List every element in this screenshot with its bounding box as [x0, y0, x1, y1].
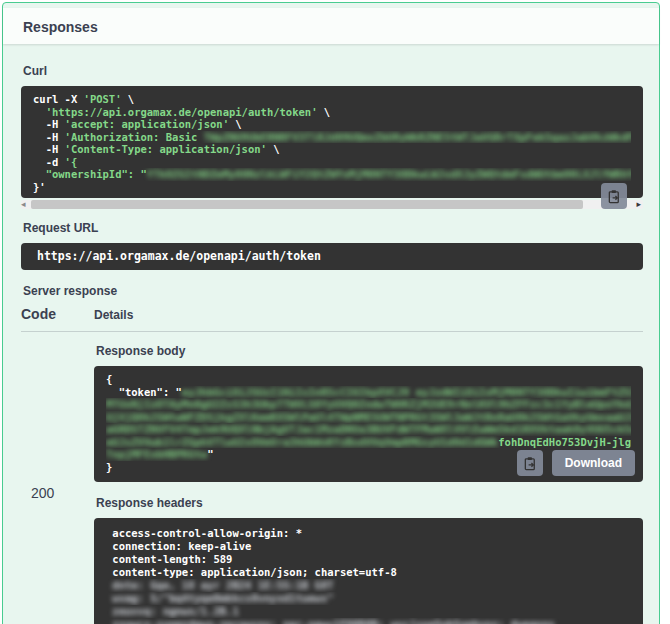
curl-horizontal-scrollbar[interactable]: ◂ ▸: [21, 200, 643, 209]
response-body-copy-button[interactable]: [517, 450, 543, 476]
code-line: curl -X 'POST' \: [33, 93, 631, 106]
clipboard-icon: [607, 189, 622, 204]
code-line: -d '{: [33, 156, 631, 169]
code-line: connection: keep-alive: [106, 540, 631, 553]
code-line: zeuvvq: ngnwx/1.2B.1: [106, 605, 631, 618]
curl-label: Curl: [23, 64, 643, 78]
code-line: access-control-allow-origin: *: [106, 527, 631, 540]
request-url-block: https://api.orgamax.de/openapi/auth/toke…: [21, 243, 643, 270]
request-url-value: https://api.orgamax.de/openapi/auth/toke…: [37, 250, 321, 263]
code-column-header: Code: [21, 306, 94, 322]
response-details-cell: Response body { "token": "eyJhbGciOiJSUz…: [94, 332, 643, 624]
code-line: content-length: 589: [106, 553, 631, 566]
response-headers-block: access-control-allow-origin: * connectio…: [94, 518, 643, 624]
code-line: dnte: Gqe, 1O ayr 2B24 1E:5S:1B G8T: [106, 579, 631, 592]
response-headers-label: Response headers: [96, 496, 643, 510]
download-button[interactable]: Download: [552, 450, 635, 476]
code-line: -H 'Authorization: Basic TWpZNU9UbERNRFV…: [33, 131, 631, 144]
curl-section: curl -X 'POST' \ 'https://api.orgamax.de…: [21, 86, 643, 209]
code-line: "ownershipId": "YTk0ZGItNDZmMy00NzlkLWFi…: [33, 168, 631, 181]
responses-title: Responses: [23, 19, 639, 35]
responses-panel: Responses Curl curl -X 'POST' \ 'https:/…: [2, 2, 660, 624]
code-line: eUJsZVVwb1lrZGphVTlwU2xOVmVra3hUbWxKYzBs…: [106, 436, 631, 449]
response-body-label: Response body: [96, 344, 643, 358]
details-column-header: Details: [94, 308, 133, 322]
code-line: }': [33, 181, 631, 194]
server-response-label: Server response: [23, 284, 643, 298]
responses-table-header: Code Details: [21, 306, 643, 332]
clipboard-icon: [523, 456, 538, 471]
code-line: MTUxNjIzOTAyMn0gU2ZsS3h3UkpTTWVLS0YyUVQ0…: [106, 398, 631, 411]
request-url-label: Request URL: [23, 221, 643, 235]
code-line: content-type: application/json; charset=…: [106, 566, 631, 579]
code-line: -H 'Content-Type: application/json' \: [33, 143, 631, 156]
code-line: UjVjQ0k2SWtwWFZDSjkgZXlKemRXSWlPaUl4TWpN…: [106, 411, 631, 424]
code-line: {: [106, 373, 631, 386]
curl-copy-button[interactable]: [601, 183, 627, 209]
code-line: "token": "eyJhbGciOiJSUzI1NiIsInR5cCI6Ik…: [106, 386, 631, 399]
curl-command-block: curl -X 'POST' \ 'https://api.orgamax.de…: [21, 86, 643, 198]
responses-body: Curl curl -X 'POST' \ 'https://api.orgam…: [3, 44, 659, 624]
code-line: -H 'accept: application/json' \: [33, 118, 631, 131]
scroll-right-arrow-icon[interactable]: ▸: [636, 197, 641, 211]
response-body-section: { "token": "eyJhbGciOiJSUzI1NiIsInR5cCI6…: [94, 366, 643, 482]
code-line: wvag: S/"bq4tyqe0mkkcs0vnyxd1tuews": [106, 592, 631, 605]
code-line: aGRDSTZNVFV4TmpJek9UQXlNbjAgVTJac1MzaDNV…: [106, 423, 631, 436]
code-line: 'https://api.orgamax.de/openapi/auth/tok…: [33, 106, 631, 119]
responses-table: Code Details 200 Response body { "token"…: [21, 306, 643, 624]
code-line: zxuwcx-xunmzdqwx-zecuwvxy: ngr-ngw=1FO8B…: [106, 618, 631, 624]
scrollbar-thumb[interactable]: [31, 200, 583, 209]
scroll-left-arrow-icon[interactable]: ◂: [21, 197, 26, 211]
responses-header: Responses: [3, 8, 659, 44]
response-row: 200 Response body { "token": "eyJhbGciOi…: [21, 332, 643, 624]
status-code: 200: [21, 332, 94, 624]
